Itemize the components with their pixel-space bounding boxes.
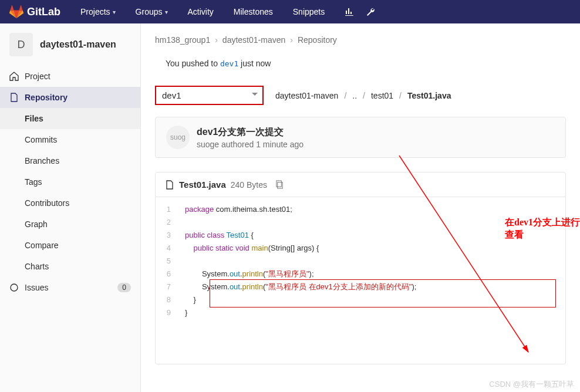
chevron-down-icon: ▾ [113, 9, 116, 15]
branch-selector[interactable]: dev1 [155, 86, 264, 105]
bc-project[interactable]: daytest01-maven [222, 35, 285, 45]
sidebar-item-issues[interactable]: Issues 0 [0, 277, 140, 298]
commit-title[interactable]: dev1分支第一次提交 [197, 126, 304, 138]
path-segment[interactable]: daytest01-maven [275, 91, 338, 100]
nav-activity[interactable]: Activity [180, 1, 222, 22]
svg-rect-1 [278, 183, 282, 188]
commit-avatar: suog [166, 126, 190, 149]
sidebar-sub-contributors[interactable]: Contributors [0, 192, 140, 214]
chart-icon[interactable] [345, 7, 354, 16]
sidebar-sub-charts[interactable]: Charts [0, 256, 140, 277]
nav-projects[interactable]: Projects▾ [72, 1, 124, 22]
top-header: GitLab Projects▾ Groups▾ Activity Milest… [0, 0, 580, 23]
main-content: hm138_group1 › daytest01-maven › Reposit… [141, 23, 580, 392]
sidebar-item-repository[interactable]: Repository [0, 87, 140, 108]
home-icon [9, 72, 19, 81]
path-segment[interactable]: .. [352, 91, 357, 100]
last-commit: suog dev1分支第一次提交 suoge authored 1 minute… [155, 117, 566, 158]
line-numbers: 123456789 [156, 197, 177, 364]
watermark: CSDN @我有一颗五叶草 [489, 379, 574, 390]
sidebar-sub-files[interactable]: Files [0, 108, 140, 129]
nav-snippets[interactable]: Snippets [285, 1, 333, 22]
brand-text: GitLab [27, 6, 60, 18]
file-navigation: dev1 daytest01-maven / .. / test01 / Tes… [155, 86, 566, 105]
doc-icon [9, 93, 19, 102]
annotation-text-1: 在dev1分支上进行查看 [505, 217, 580, 241]
file-path: daytest01-maven / .. / test01 / Test01.j… [275, 91, 451, 100]
copy-icon[interactable] [275, 180, 284, 189]
svg-point-0 [11, 284, 18, 291]
push-branch-link[interactable]: dev1 [220, 59, 238, 68]
page-body: D daytest01-maven Project Repository Fil… [0, 23, 580, 392]
chevron-down-icon: ▾ [165, 9, 168, 15]
nav-milestones[interactable]: Milestones [225, 1, 281, 22]
file-icon [165, 180, 174, 190]
sidebar: D daytest01-maven Project Repository Fil… [0, 23, 141, 392]
sidebar-sub-compare[interactable]: Compare [0, 235, 140, 256]
gitlab-icon [9, 5, 23, 19]
bc-group[interactable]: hm138_group1 [155, 35, 210, 45]
path-segment[interactable]: test01 [371, 91, 393, 100]
file-name: Test01.java [179, 180, 226, 190]
push-notification: You pushed to dev1 just now [166, 59, 566, 68]
file-content-panel: Test01.java 240 Bytes 123456789 package … [155, 172, 566, 364]
header-nav: Projects▾ Groups▾ Activity Milestones Sn… [72, 1, 333, 22]
sidebar-sub-commits[interactable]: Commits [0, 129, 140, 150]
sidebar-item-project[interactable]: Project [0, 66, 140, 87]
code-viewer: 123456789 package com.itheima.sh.test01;… [156, 197, 565, 364]
path-file: Test01.java [407, 91, 451, 100]
sidebar-label: Issues [25, 283, 48, 292]
sidebar-sub-graph[interactable]: Graph [0, 214, 140, 235]
wrench-icon[interactable] [366, 7, 375, 16]
sidebar-sub-branches[interactable]: Branches [0, 150, 140, 171]
issues-icon [9, 283, 19, 292]
chevron-right-icon: › [290, 35, 293, 45]
bc-section: Repository [298, 35, 337, 45]
issues-count-badge: 0 [117, 283, 131, 292]
commit-meta: suoge authored 1 minute ago [197, 140, 304, 149]
sidebar-label: Repository [25, 93, 68, 102]
file-size: 240 Bytes [231, 180, 267, 190]
nav-groups[interactable]: Groups▾ [127, 1, 176, 22]
file-header: Test01.java 240 Bytes [156, 173, 565, 197]
chevron-right-icon: › [215, 35, 218, 45]
project-header[interactable]: D daytest01-maven [0, 23, 140, 66]
project-avatar: D [9, 33, 33, 56]
project-name: daytest01-maven [40, 39, 116, 50]
svg-rect-2 [276, 181, 281, 187]
sidebar-label: Project [25, 72, 50, 81]
breadcrumb: hm138_group1 › daytest01-maven › Reposit… [155, 35, 566, 45]
header-icon-group [345, 7, 375, 16]
sidebar-sub-tags[interactable]: Tags [0, 171, 140, 192]
gitlab-logo[interactable]: GitLab [9, 5, 60, 19]
